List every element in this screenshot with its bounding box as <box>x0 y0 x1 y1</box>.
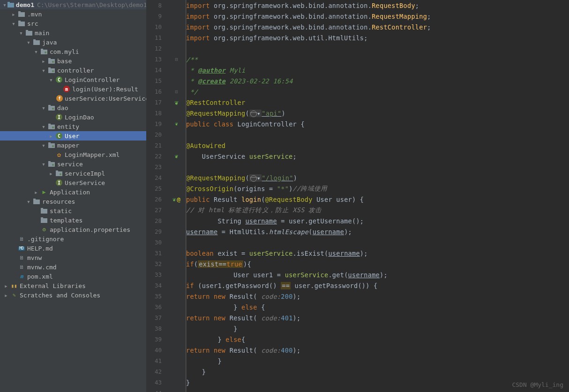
code-line[interactable]: @Autowired <box>186 140 569 151</box>
code-line[interactable]: } <box>186 366 569 377</box>
project-tree[interactable]: ▾demo1C:\Users\Sterman\Desktop\demo1▸.mv… <box>0 0 146 392</box>
tree-item-application[interactable]: ▸▶Application <box>0 187 146 197</box>
tree-item-help-md[interactable]: MDHELP.md <box>0 244 146 253</box>
spring-bean-icon[interactable]: ❦ <box>175 153 179 160</box>
tree-item-logindao[interactable]: ILoginDao <box>0 112 146 122</box>
code-line[interactable]: } <box>186 355 569 366</box>
tree-node-icon <box>7 1 14 8</box>
code-line[interactable]: boolean exist = userService.isExist(user… <box>186 248 569 259</box>
code-line[interactable]: public class LoginController { <box>186 118 569 129</box>
tree-item--mvn[interactable]: ▸.mvn <box>0 9 146 19</box>
tree-toggle-icon[interactable]: ▾ <box>25 198 32 205</box>
code-line[interactable]: @RequestMapping(▾"api") <box>186 108 569 118</box>
tree-toggle-icon[interactable]: ▸ <box>48 133 54 140</box>
tree-toggle-icon[interactable]: ▾ <box>10 20 17 27</box>
code-line[interactable]: username = HtmlUtils.htmlEscape(username… <box>186 226 569 237</box>
code-line[interactable]: * @create 2023-02-22 16:54 <box>186 75 569 86</box>
tree-toggle-icon[interactable]: ▾ <box>40 142 47 149</box>
tree-node-icon <box>25 29 33 37</box>
tree-item-application-properties[interactable]: ⚙application.properties <box>0 225 146 234</box>
spring-leaf-icon[interactable]: ❦ <box>172 196 176 203</box>
tree-toggle-icon[interactable]: ▸ <box>10 11 17 18</box>
code-line[interactable] <box>186 43 569 54</box>
tree-item-serviceimpl[interactable]: ▸serviceImpl <box>0 169 146 178</box>
tree-toggle-icon[interactable]: ▸ <box>48 170 54 177</box>
tree-toggle-icon[interactable]: ▾ <box>40 67 47 74</box>
code-line[interactable]: return new Result( code: 200); <box>186 291 569 302</box>
tree-toggle-icon[interactable]: ▾ <box>33 48 39 55</box>
tree-item-pom-xml[interactable]: mpom.xml <box>0 272 146 281</box>
tree-toggle-icon[interactable]: ▾ <box>25 39 32 46</box>
tree-item-service[interactable]: ▾service <box>0 159 146 169</box>
code-line[interactable]: public Result login(@RequestBody User us… <box>186 194 569 205</box>
tree-item--gitignore[interactable]: 🗎.gitignore <box>0 234 146 244</box>
code-line[interactable]: if (user1.getPassword() == user.getPassw… <box>186 280 569 291</box>
code-line[interactable] <box>186 162 569 172</box>
tree-node-icon <box>48 104 55 111</box>
code-line[interactable]: import org.springframework.web.bind.anno… <box>186 22 569 32</box>
tree-toggle-icon[interactable]: ▾ <box>18 30 24 37</box>
tree-item-user[interactable]: ▸CUser <box>0 131 146 141</box>
tree-item-mvnw-cmd[interactable]: 🗎mvnw.cmd <box>0 262 146 272</box>
code-line[interactable] <box>186 388 569 392</box>
line-number: 13 <box>146 54 167 65</box>
tree-item-demo1[interactable]: ▾demo1C:\Users\Sterman\Desktop\demo1 <box>0 0 146 9</box>
tree-item-dao[interactable]: ▾dao <box>0 103 146 112</box>
tree-item-entity[interactable]: ▾entity <box>0 122 146 131</box>
fold-icon[interactable]: ⊡ <box>175 89 178 94</box>
tree-item-logincontroller[interactable]: ▾CLoginController <box>0 75 146 84</box>
tree-toggle-icon[interactable]: ▸ <box>3 282 9 289</box>
tree-item-templates[interactable]: templates <box>0 215 146 225</box>
code-line[interactable]: import org.springframework.web.bind.anno… <box>186 0 569 11</box>
code-line[interactable]: import org.springframework.web.util.Html… <box>186 32 569 43</box>
tree-item-loginmapper-xml[interactable]: ✿LoginMapper.xml <box>0 150 146 159</box>
code-line[interactable]: UserService userService; <box>186 151 569 162</box>
spring-leaf-icon[interactable]: ❦ <box>174 99 178 106</box>
tree-item-src[interactable]: ▾src <box>0 19 146 28</box>
tree-item-userservice[interactable]: IUserService <box>0 178 146 187</box>
fold-icon[interactable]: ⊟ <box>175 57 178 62</box>
code-line[interactable]: } <box>186 323 569 334</box>
tree-item-mvnw[interactable]: 🗎mvnw <box>0 253 146 262</box>
code-line[interactable]: // 对 html 标签进行转义，防止 XSS 攻击 <box>186 205 569 215</box>
tree-item-controller[interactable]: ▾controller <box>0 66 146 75</box>
tree-item-main[interactable]: ▾main <box>0 28 146 37</box>
tree-item-base[interactable]: ▸base <box>0 56 146 66</box>
code-line[interactable]: String username = user.getUsername(); <box>186 215 569 226</box>
tree-item-external-libraries[interactable]: ▸▮▮External Libraries <box>0 281 146 290</box>
code-line[interactable]: /** <box>186 54 569 65</box>
tree-toggle-icon[interactable]: ▸ <box>3 292 9 299</box>
code-line[interactable] <box>186 237 569 248</box>
tree-item-resources[interactable]: ▾resources <box>0 197 146 206</box>
code-line[interactable]: if(exist==true){ <box>186 259 569 269</box>
tree-toggle-icon[interactable]: ▾ <box>40 104 47 111</box>
tree-item-login-user-result[interactable]: mlogin(User):Result <box>0 84 146 94</box>
tree-toggle-icon[interactable]: ▾ <box>40 161 47 168</box>
tree-item-java[interactable]: ▾java <box>0 37 146 47</box>
at-icon[interactable]: @ <box>177 196 180 203</box>
code-line[interactable]: @RequestMapping(▾"/login") <box>186 172 569 183</box>
tree-item-com-myli[interactable]: ▾com.myli <box>0 47 146 56</box>
tree-item-userservice-userservice[interactable]: fuserService:UserService <box>0 94 146 103</box>
run-class-icon[interactable]: ❦ <box>175 121 178 127</box>
code-line[interactable]: import org.springframework.web.bind.anno… <box>186 11 569 22</box>
code-line[interactable]: User user1 = userService.get(username); <box>186 269 569 280</box>
tree-item-static[interactable]: static <box>0 206 146 215</box>
code-line[interactable] <box>186 129 569 140</box>
code-line[interactable]: */ <box>186 86 569 97</box>
tree-item-mapper[interactable]: ▾mapper <box>0 141 146 150</box>
tree-toggle-icon[interactable]: ▸ <box>33 189 39 196</box>
tree-item-scratches-and-consoles[interactable]: ▸✎Scratches and Consoles <box>0 290 146 300</box>
tree-toggle-icon[interactable]: ▾ <box>3 1 7 8</box>
tree-toggle-icon[interactable]: ▾ <box>48 76 54 83</box>
tree-toggle-icon[interactable]: ▾ <box>40 123 47 130</box>
code-area[interactable]: import org.springframework.web.bind.anno… <box>186 0 569 392</box>
code-line[interactable]: } else{ <box>186 334 569 345</box>
code-line[interactable]: return new Result( code: 400); <box>186 345 569 355</box>
code-line[interactable]: return new Result( code: 401); <box>186 312 569 323</box>
code-line[interactable]: } else { <box>186 302 569 312</box>
code-line[interactable]: @RestController <box>186 97 569 108</box>
code-line[interactable]: @CrossOrigin(origins = "*")//跨域使用 <box>186 183 569 194</box>
code-line[interactable]: * @author Myli <box>186 65 569 75</box>
tree-toggle-icon[interactable]: ▸ <box>40 58 47 65</box>
